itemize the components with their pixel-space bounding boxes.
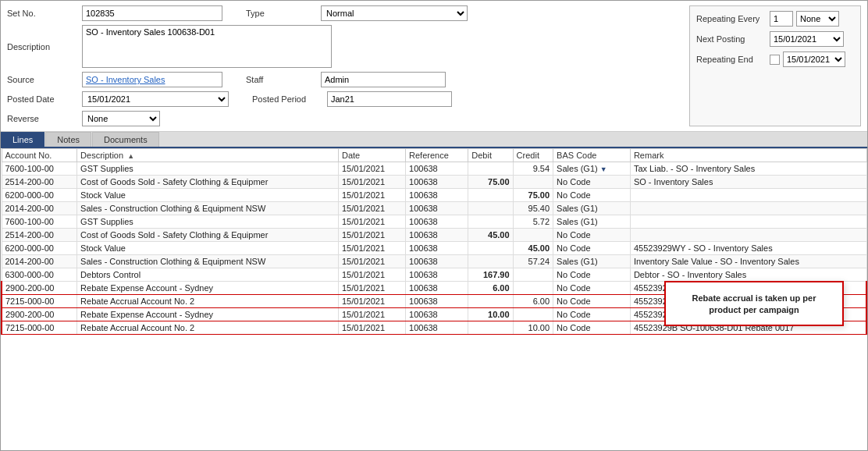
table-cell: 15/01/2021 (338, 308, 405, 321)
table-cell: 57.24 (513, 255, 553, 268)
table-cell: 10.00 (513, 321, 553, 335)
table-cell: 6.00 (468, 282, 513, 295)
repeating-end-checkbox[interactable] (770, 55, 780, 65)
col-date: Date (338, 149, 405, 162)
table-cell: SO - Inventory Sales (630, 176, 866, 189)
next-posting-select[interactable]: 15/01/2021 (770, 31, 844, 47)
repeating-unit-select[interactable]: None (796, 11, 839, 27)
table-area: Account No. Description ▲ Date Reference… (1, 148, 867, 450)
source-link[interactable]: SO - Inventory Sales (82, 72, 222, 87)
table-cell[interactable]: Sales (G1) (553, 215, 631, 229)
repeating-panel: Repeating Every None Next Posting 15/01/… (689, 5, 861, 126)
type-select[interactable]: Normal Reversing Accrual (321, 5, 468, 21)
table-cell[interactable]: Sales (G1) (553, 202, 631, 215)
table-cell: 100638 (406, 282, 468, 295)
table-cell: 15/01/2021 (338, 282, 405, 295)
table-cell: 2900-200-00 (2, 308, 77, 321)
table-cell: Inventory Sale Value - SO - Inventory Sa… (630, 255, 866, 268)
table-cell: 100638 (406, 202, 468, 215)
table-cell: 100638 (406, 308, 468, 321)
table-cell: 7215-000-00 (2, 321, 77, 335)
form-left: Set No. Type Normal Reversing Accrual De… (7, 5, 683, 126)
table-cell: 100638 (406, 176, 468, 189)
table-cell: 2014-200-00 (2, 255, 77, 268)
table-cell[interactable]: No Code (553, 189, 631, 202)
table-cell (513, 282, 553, 295)
next-posting-label: Next Posting (696, 34, 767, 44)
table-cell: Stock Value (77, 189, 339, 202)
tab-notes[interactable]: Notes (45, 132, 91, 147)
table-cell[interactable]: No Code (553, 308, 631, 321)
table-cell: 7215-000-00 (2, 295, 77, 308)
table-cell[interactable]: No Code (553, 282, 631, 295)
posted-period-input[interactable] (327, 91, 452, 107)
col-reference: Reference (406, 149, 468, 162)
table-cell[interactable]: Sales (G1) ▼ (553, 162, 631, 176)
table-cell[interactable]: No Code (553, 229, 631, 242)
table-cell: 7600-100-00 (2, 215, 77, 229)
table-cell: 5.72 (513, 215, 553, 229)
table-cell[interactable]: Sales (G1) (553, 255, 631, 268)
table-cell: 15/01/2021 (338, 189, 405, 202)
reverse-select[interactable]: None Next Period (82, 111, 160, 126)
description-label: Description (7, 42, 77, 51)
staff-input[interactable] (321, 72, 446, 87)
table-row: 6200-000-00Stock Value15/01/202110063875… (2, 189, 866, 202)
table-cell (513, 229, 553, 242)
table-cell: 15/01/2021 (338, 229, 405, 242)
tab-documents[interactable]: Documents (92, 132, 159, 147)
table-cell: 167.90 (468, 268, 513, 282)
table-cell (468, 162, 513, 176)
header-row-1: Set No. Type Normal Reversing Accrual (7, 5, 683, 21)
source-label: Source (7, 75, 77, 84)
posted-date-label: Posted Date (7, 94, 77, 104)
table-cell (513, 176, 553, 189)
table-cell (630, 215, 866, 229)
table-cell: 6.00 (513, 295, 553, 308)
table-cell[interactable]: No Code (553, 321, 631, 335)
table-cell: 100638 (406, 295, 468, 308)
tooltip-text: Rebate accrual is taken up per product p… (692, 293, 816, 314)
description-input[interactable]: SO - Inventory Sales 100638-D01 (82, 25, 332, 68)
type-row: Type Normal Reversing Accrual (246, 5, 468, 21)
table-row: 6200-000-00Stock Value15/01/202110063845… (2, 242, 866, 255)
posted-period-label: Posted Period (252, 94, 322, 104)
table-cell[interactable]: No Code (553, 176, 631, 189)
table-cell: 15/01/2021 (338, 242, 405, 255)
header-row-4: Posted Date 15/01/2021 Posted Period (7, 91, 683, 107)
tab-lines[interactable]: Lines (1, 132, 44, 147)
table-row: 6300-000-00Debtors Control15/01/20211006… (2, 268, 866, 282)
tabs-area: Lines Notes Documents (1, 132, 867, 148)
posted-date-select[interactable]: 15/01/2021 (82, 91, 229, 107)
table-cell: Rebate Expense Account - Sydney (77, 308, 339, 321)
table-row: 2014-200-00Sales - Construction Clothing… (2, 255, 866, 268)
table-cell: 10.00 (468, 308, 513, 321)
repeating-end-select[interactable]: 15/01/2021 (783, 51, 845, 67)
table-cell (468, 242, 513, 255)
table-cell: GST Supplies (77, 215, 339, 229)
col-credit: Credit (513, 149, 553, 162)
repeating-every-input[interactable] (770, 11, 793, 27)
table-cell (630, 202, 866, 215)
repeating-end-row: Repeating End 15/01/2021 (696, 51, 854, 67)
table-cell: 15/01/2021 (338, 255, 405, 268)
table-cell[interactable]: No Code (553, 268, 631, 282)
table-cell: 2900-200-00 (2, 282, 77, 295)
form-area: Set No. Type Normal Reversing Accrual De… (1, 1, 867, 132)
col-bas-code: BAS Code (553, 149, 631, 162)
table-cell: 45.00 (468, 229, 513, 242)
table-cell[interactable]: No Code (553, 295, 631, 308)
reverse-label: Reverse (7, 114, 77, 123)
table-cell[interactable]: No Code (553, 242, 631, 255)
staff-label: Staff (246, 75, 316, 84)
table-cell (630, 189, 866, 202)
table-cell: Sales - Construction Clothing & Equipmen… (77, 202, 339, 215)
set-no-row: Set No. (7, 5, 222, 21)
staff-row: Staff (246, 72, 446, 87)
repeating-every-label: Repeating Every (696, 14, 767, 23)
table-cell: 6200-000-00 (2, 189, 77, 202)
table-cell: Sales - Construction Clothing & Equipmen… (77, 255, 339, 268)
rebate-tooltip: Rebate accrual is taken up per product p… (664, 281, 844, 326)
set-no-input[interactable] (82, 5, 222, 21)
col-debit: Debit (468, 149, 513, 162)
